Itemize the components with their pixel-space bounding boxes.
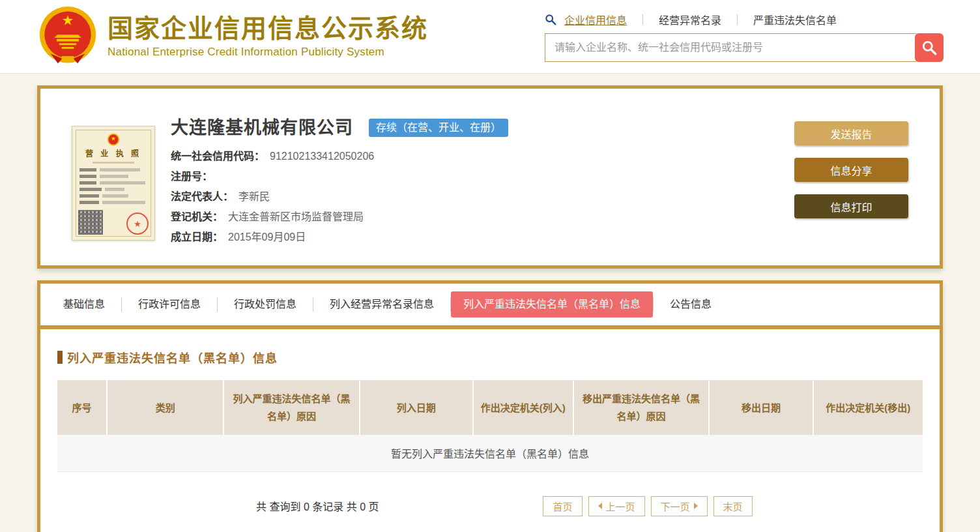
print-info-button[interactable]: 信息打印 <box>794 194 908 218</box>
next-arrow-icon <box>694 503 698 509</box>
qr-code <box>78 210 103 235</box>
next-page-button[interactable]: 下一页 <box>651 496 708 516</box>
nav-link-enterprise-credit[interactable]: 企业信用信息 <box>563 12 628 27</box>
company-name: 大连隆基机械有限公司 <box>171 118 353 138</box>
status-badge: 存续（在营、开业、在册） <box>369 119 508 137</box>
site-title-en: National Enterprise Credit Information P… <box>108 46 428 59</box>
section-marker <box>57 351 63 364</box>
search-icon <box>921 39 938 56</box>
tab-administrative-license[interactable]: 行政许可信息 <box>122 291 217 318</box>
license-title: 营 业 执 照 <box>78 147 149 158</box>
prev-page-button[interactable]: 上一页 <box>588 496 645 516</box>
section-head: 列入严重违法失信名单（黑名单）信息 <box>57 349 923 366</box>
col-inclusion-authority: 作出决定机关(列入) <box>474 380 574 435</box>
send-report-button[interactable]: 发送报告 <box>794 121 908 145</box>
red-seal-icon: ★ <box>126 213 149 235</box>
col-category: 类别 <box>108 380 224 435</box>
col-inclusion-date: 列入日期 <box>360 380 474 435</box>
col-serial-number: 序号 <box>57 380 108 435</box>
license-blur-line <box>79 201 147 204</box>
record-count: 共 查询到 0 条记录 共 0 页 <box>256 498 379 514</box>
national-emblem-icon <box>107 133 120 146</box>
nav-divider <box>642 14 643 25</box>
tab-announcements[interactable]: 公告信息 <box>654 291 728 318</box>
empty-state-row: 暂无列入严重违法失信名单（黑名单）信息 <box>57 435 923 472</box>
table-footer: 共 查询到 0 条记录 共 0 页 首页 上一页 下一页 末页 <box>57 495 923 516</box>
detail-card: 基础信息 行政许可信息 行政处罚信息 列入经营异常名录信息 列入严重违法失信名单… <box>37 280 943 532</box>
search-button[interactable] <box>915 33 944 62</box>
tab-serious-violation-blacklist[interactable]: 列入严重违法失信名单（黑名单）信息 <box>451 291 653 318</box>
empty-state-message: 暂无列入严重违法失信名单（黑名单）信息 <box>57 435 923 472</box>
license-blur-line <box>79 188 147 191</box>
company-name-row: 大连隆基机械有限公司 存续（在营、开业、在册） <box>171 118 508 138</box>
nav-link-abnormal-operations[interactable]: 经营异常名录 <box>657 12 723 27</box>
field-establishment-date: 成立日期：2015年09月09日 <box>171 227 508 247</box>
license-blur-line <box>79 194 147 198</box>
search-bar <box>545 33 944 62</box>
tab-bar: 基础信息 行政许可信息 行政处罚信息 列入经营异常名录信息 列入严重违法失信名单… <box>40 284 940 325</box>
site-header: 国家企业信用信息公示系统 National Enterprise Credit … <box>0 0 980 74</box>
field-legal-representative: 法定代表人：李新民 <box>171 186 508 207</box>
nav-divider <box>737 14 738 25</box>
pagination: 首页 上一页 下一页 末页 <box>543 496 758 516</box>
brand-text: 国家企业信用信息公示系统 National Enterprise Credit … <box>108 14 428 59</box>
license-subtitle-blur <box>93 162 134 164</box>
prev-arrow-icon <box>598 503 602 509</box>
search-input[interactable] <box>545 33 916 62</box>
site-title-cn: 国家企业信用信息公示系统 <box>108 14 428 44</box>
tab-abnormal-operations[interactable]: 列入经营异常名录信息 <box>313 291 450 318</box>
license-blur-line <box>79 168 147 171</box>
col-removal-reason: 移出严重违法失信名单（黑名单）原因 <box>574 380 710 435</box>
table-header-row: 序号 类别 列入严重违法失信名单（黑名单）原因 列入日期 作出决定机关(列入) … <box>57 380 923 435</box>
license-blur-line <box>79 181 147 185</box>
nav-link-serious-violation[interactable]: 严重违法失信名单 <box>752 12 838 27</box>
tab-administrative-penalty[interactable]: 行政处罚信息 <box>218 291 313 318</box>
last-page-button[interactable]: 末页 <box>713 496 753 516</box>
tab-basic-info[interactable]: 基础信息 <box>47 291 121 318</box>
company-fields: 统一社会信用代码：912102133412050206 注册号： 法定代表人：李… <box>171 146 508 247</box>
field-registration-authority: 登记机关：大连金普新区市场监督管理局 <box>171 207 508 227</box>
national-emblem-logo <box>37 6 98 67</box>
blacklist-table: 序号 类别 列入严重违法失信名单（黑名单）原因 列入日期 作出决定机关(列入) … <box>57 380 923 472</box>
search-icon <box>545 14 556 25</box>
col-removal-authority: 作出决定机关(移出) <box>814 380 923 435</box>
brand: 国家企业信用信息公示系统 National Enterprise Credit … <box>37 6 428 67</box>
license-bottom: ★ <box>78 210 149 235</box>
action-buttons: 发送报告 信息分享 信息打印 <box>794 121 908 231</box>
col-inclusion-reason: 列入严重违法失信名单（黑名单）原因 <box>224 380 360 435</box>
license-blur-line <box>79 175 147 178</box>
field-registration-number: 注册号： <box>171 166 508 186</box>
company-info: 大连隆基机械有限公司 存续（在营、开业、在册） 统一社会信用代码：9121021… <box>171 118 508 247</box>
field-credit-code: 统一社会信用代码：912102133412050206 <box>171 146 508 166</box>
quick-nav: 企业信用信息 经营异常名录 严重违法失信名单 <box>545 12 944 27</box>
page-body: 营 业 执 照 ★ 大连隆基机械有限公司 存续（在营、开业、在册） 统一社会信用… <box>37 85 943 532</box>
col-removal-date: 移出日期 <box>710 380 813 435</box>
blacklist-content: 列入严重违法失信名单（黑名单）信息 序号 类别 列入严重违法失信名单（黑名单）原… <box>40 329 940 532</box>
business-license-thumbnail: 营 业 执 照 ★ <box>72 126 155 241</box>
company-summary-card: 营 业 执 照 ★ 大连隆基机械有限公司 存续（在营、开业、在册） 统一社会信用… <box>37 85 943 269</box>
share-info-button[interactable]: 信息分享 <box>794 158 908 182</box>
first-page-button[interactable]: 首页 <box>543 496 582 516</box>
header-right: 企业信用信息 经营异常名录 严重违法失信名单 <box>545 12 944 62</box>
section-title: 列入严重违法失信名单（黑名单）信息 <box>67 349 278 366</box>
